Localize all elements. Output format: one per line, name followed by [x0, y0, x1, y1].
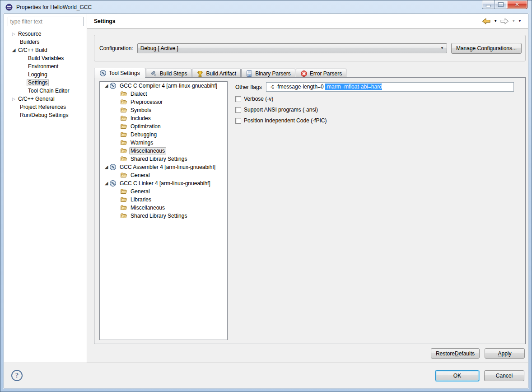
page-title: Settings — [94, 18, 115, 24]
maximize-button[interactable] — [495, 0, 507, 9]
tab-binary-parsers[interactable]: 010 Binary Parsers — [241, 69, 295, 78]
sidebar-tree: ▷ Resource Builders ◢ C/C++ Build Build … — [4, 30, 87, 119]
tree-item-linker-general[interactable]: General — [100, 187, 227, 196]
sidebar-item-tool-chain-editor[interactable]: Tool Chain Editor — [4, 87, 87, 95]
sidebar-item-environment[interactable]: Environment — [4, 62, 87, 70]
tree-item-warnings[interactable]: Warnings — [100, 139, 227, 147]
sidebar-item-run-debug-settings[interactable]: Run/Debug Settings — [4, 111, 87, 119]
fpic-checkbox[interactable] — [235, 118, 241, 124]
tab-error-parsers[interactable]: Error Parsers — [296, 69, 346, 78]
sidebar-item-builders[interactable]: Builders — [4, 38, 87, 46]
filter-input[interactable] — [8, 17, 84, 26]
view-menu-icon[interactable]: ▼ — [518, 19, 522, 23]
chevron-expanded-icon[interactable]: ◢ — [103, 165, 109, 169]
tool-tree: ◢ GCC C Compiler 4 [arm-linux-gnueabihf]… — [99, 81, 228, 340]
tree-item-symbols[interactable]: Symbols — [100, 106, 227, 114]
restore-defaults-button[interactable]: Restore Defaults — [431, 348, 480, 359]
category-folder-icon — [120, 90, 127, 98]
ok-button[interactable]: OK — [435, 370, 479, 381]
category-folder-icon — [120, 212, 127, 219]
tree-item-includes[interactable]: Includes — [100, 114, 227, 122]
verbose-checkbox[interactable] — [235, 96, 241, 102]
close-icon: ✕ — [515, 2, 519, 7]
close-button[interactable]: ✕ — [507, 0, 527, 9]
verbose-option: Verbose (-v) — [235, 95, 514, 103]
tree-item-debugging[interactable]: Debugging — [100, 131, 227, 139]
tree-item-linker-shared-library-settings[interactable]: Shared Library Settings — [100, 212, 227, 220]
other-flags-label: Other flags — [235, 84, 262, 90]
tool-icon — [109, 82, 117, 89]
category-folder-icon — [120, 172, 127, 179]
configuration-label: Configuration: — [99, 45, 133, 51]
tree-item-optimization[interactable]: Optimization — [100, 122, 227, 131]
tree-item-gcc-c-compiler[interactable]: ◢ GCC C Compiler 4 [arm-linux-gnueabihf] — [100, 82, 227, 90]
tree-item-shared-library-settings[interactable]: Shared Library Settings — [100, 155, 227, 163]
tree-item-preprocessor[interactable]: Preprocessor — [100, 98, 227, 106]
forward-arrow-icon[interactable] — [500, 18, 509, 25]
build-artifact-icon — [196, 70, 204, 77]
configuration-value: Debug [ Active ] — [140, 45, 440, 51]
properties-dialog-window: Properties for HelloWorld_GCC ✕ ▷ Resour… — [0, 0, 532, 392]
category-folder-icon — [120, 188, 127, 195]
chevron-collapsed-icon[interactable]: ▷ — [11, 97, 17, 101]
sidebar-item-project-references[interactable]: Project References — [4, 103, 87, 111]
category-folder-icon — [120, 98, 127, 106]
category-folder-icon — [120, 196, 127, 203]
sidebar-item-build-variables[interactable]: Build Variables — [4, 54, 87, 62]
dialog-button-bar: ? OK Cancel — [4, 363, 528, 388]
apply-button[interactable]: Apply — [485, 348, 525, 359]
sidebar-item-settings[interactable]: Settings — [4, 79, 87, 87]
tool-icon — [109, 180, 117, 187]
back-arrow-icon[interactable] — [482, 18, 491, 25]
tab-build-steps[interactable]: Build Steps — [146, 69, 192, 78]
sidebar-item-cpp-general[interactable]: ▷ C/C++ General — [4, 95, 87, 103]
sidebar: ▷ Resource Builders ◢ C/C++ Build Build … — [4, 14, 87, 363]
tree-item-libraries[interactable]: Libraries — [100, 196, 227, 204]
tab-build-artifact[interactable]: Build Artifact — [192, 69, 241, 78]
window-controls: ✕ — [482, 0, 527, 9]
dialog-body: ▷ Resource Builders ◢ C/C++ Build Build … — [4, 14, 528, 388]
window-title: Properties for HelloWorld_GCC — [16, 4, 92, 10]
manage-configurations-button[interactable]: Manage Configurations... — [451, 43, 522, 54]
configuration-group: Configuration: Debug [ Active ] ▼ Manage… — [94, 35, 526, 61]
other-flags-text: -c -fmessage-length=0 — [268, 84, 325, 90]
svg-text:010: 010 — [247, 74, 251, 76]
help-icon[interactable]: ? — [11, 370, 23, 381]
other-flags-input[interactable]: -c -fmessage-length=0 -marm -mfloat-abi=… — [266, 82, 514, 92]
tree-item-miscellaneous[interactable]: Miscellaneous — [100, 147, 227, 155]
build-steps-icon — [150, 70, 158, 77]
forward-menu-icon[interactable]: ▼ — [512, 19, 515, 23]
chevron-expanded-icon[interactable]: ◢ — [103, 181, 109, 186]
tool-settings-panel: ◢ GCC C Compiler 4 [arm-linux-gnueabihf]… — [94, 77, 526, 344]
cancel-button[interactable]: Cancel — [484, 370, 524, 381]
sidebar-item-resource[interactable]: ▷ Resource — [4, 30, 87, 38]
tree-item-gcc-assembler[interactable]: ◢ GCC Assembler 4 [arm-linux-gnueabihf] — [100, 163, 227, 171]
tab-tool-settings[interactable]: Tool Settings — [94, 68, 145, 78]
settings-content: Configuration: Debug [ Active ] ▼ Manage… — [87, 28, 528, 363]
error-parsers-icon — [300, 70, 308, 77]
fpic-option: Position Independent Code (-fPIC) — [235, 117, 514, 124]
minimize-button[interactable] — [482, 0, 495, 9]
configuration-select[interactable]: Debug [ Active ] ▼ — [137, 43, 447, 53]
tool-icon — [109, 163, 117, 171]
category-folder-icon — [120, 123, 127, 130]
category-folder-icon — [120, 147, 127, 154]
chevron-expanded-icon[interactable]: ◢ — [11, 48, 17, 52]
sidebar-item-logging[interactable]: Logging — [4, 70, 87, 79]
tree-item-assembler-general[interactable]: General — [100, 171, 227, 179]
other-flags-selected-text: -marm -mfloat-abi=hard — [325, 84, 382, 90]
sidebar-item-cpp-build[interactable]: ◢ C/C++ Build — [4, 46, 87, 54]
binary-parsers-icon: 010 — [246, 70, 253, 77]
chevron-collapsed-icon[interactable]: ▷ — [11, 32, 17, 36]
chevron-expanded-icon[interactable]: ◢ — [103, 84, 109, 88]
back-menu-icon[interactable]: ▼ — [494, 19, 497, 23]
tree-item-dialect[interactable]: Dialect — [100, 90, 227, 98]
settings-tab-folder: Tool Settings Build Steps Build Artifact — [94, 68, 526, 344]
tree-item-gcc-c-linker[interactable]: ◢ GCC C Linker 4 [arm-linux-gnueabihf] — [100, 179, 227, 187]
page-header: Settings ▼ ▼ ▼ — [87, 14, 528, 28]
ansi-checkbox[interactable] — [235, 107, 241, 113]
category-folder-icon — [120, 204, 127, 211]
tree-item-linker-miscellaneous[interactable]: Miscellaneous — [100, 204, 227, 212]
titlebar: Properties for HelloWorld_GCC ✕ — [0, 0, 532, 14]
ansi-option: Support ANSI programs (-ansi) — [235, 106, 514, 113]
